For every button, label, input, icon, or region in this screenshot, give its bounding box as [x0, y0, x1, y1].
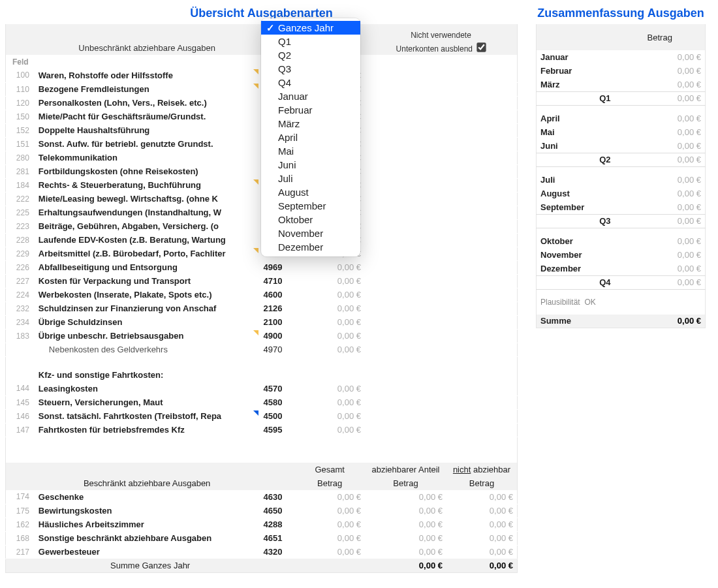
- feld-cell: 100: [6, 69, 35, 82]
- month-label: August: [537, 187, 615, 200]
- month-amount: 0,00 €: [615, 50, 706, 64]
- month-label: April: [537, 112, 615, 125]
- summary-month-row: April0,00 €: [537, 112, 706, 125]
- amount-cell: 0,00 €: [294, 288, 365, 302]
- dropdown-option[interactable]: Oktober: [261, 213, 360, 226]
- feld-cell: 281: [6, 164, 35, 178]
- dropdown-option[interactable]: Ganzes Jahr: [261, 21, 360, 35]
- name-cell: Beiträge, Gebühren, Abgaben, Versicherg.…: [35, 219, 260, 233]
- table-row[interactable]: 146Sonst. tatsächl. Fahrtkosten (Treibst…: [6, 409, 518, 423]
- dropdown-option[interactable]: April: [261, 131, 360, 144]
- feld-cell: 183: [6, 329, 35, 343]
- feld-cell: 146: [6, 409, 35, 423]
- name-cell: Geschenke: [35, 490, 260, 504]
- hide-subaccounts-checkbox[interactable]: [477, 42, 486, 52]
- table-row[interactable]: 162Häusliches Arbeitszimmer42880,00 €0,0…: [6, 518, 518, 531]
- nicht-abziehbar-cell: 0,00 €: [446, 545, 518, 559]
- dropdown-option[interactable]: Q2: [261, 48, 360, 62]
- nicht-abziehbar-cell: 0,00 €: [446, 490, 518, 504]
- unused-subaccounts-label: Nicht verwendete: [365, 24, 518, 41]
- dropdown-option[interactable]: November: [261, 226, 360, 240]
- amount-cell: 0,00 €: [294, 343, 365, 356]
- dropdown-option[interactable]: Q4: [261, 76, 360, 89]
- name-cell: Erhaltungsaufwendungen (Instandhaltung, …: [35, 206, 260, 219]
- dropdown-option[interactable]: März: [261, 117, 360, 131]
- hide-subaccounts-label: Unterkonten ausblend: [396, 44, 473, 54]
- month-amount: 0,00 €: [615, 248, 706, 262]
- table-row[interactable]: 217Gewerbesteuer43200,00 €0,00 €0,00 €: [6, 545, 518, 559]
- table-row[interactable]: 183Übrige unbeschr. Betriebsausgaben4900…: [6, 329, 518, 343]
- quarter-label: Q3: [537, 214, 615, 228]
- dropdown-option[interactable]: Q1: [261, 35, 360, 48]
- nicht-abziehbar-cell: 0,00 €: [446, 531, 518, 545]
- feld-cell: 229: [6, 247, 35, 260]
- name-cell: Doppelte Haushaltsführung: [35, 123, 260, 137]
- table-row[interactable]: 227Kosten für Verpackung und Transport47…: [6, 274, 518, 288]
- table-row[interactable]: 234Übrige Schuldzinsen21000,00 €: [6, 315, 518, 329]
- amount-cell: 0,00 €: [294, 260, 365, 274]
- name-cell: Leasingkosten: [35, 382, 260, 395]
- amount-cell: 0,00 €: [294, 329, 365, 343]
- nicht-abziehbar-cell: 0,00 €: [446, 518, 518, 531]
- table-row[interactable]: 224Werbekosten (Inserate, Plakate, Spots…: [6, 288, 518, 302]
- name-cell: Telekommunikation: [35, 151, 260, 164]
- name-cell: Bezogene Fremdleistungen: [35, 82, 260, 96]
- dropdown-option[interactable]: Juni: [261, 158, 360, 172]
- period-dropdown[interactable]: Ganzes JahrQ1Q2Q3Q4JanuarFebruarMärzApri…: [261, 18, 360, 256]
- feld-cell: 280: [6, 151, 35, 164]
- feld-cell: 162: [6, 518, 35, 531]
- dropdown-option[interactable]: Januar: [261, 89, 360, 103]
- feld-column-label: Feld: [6, 55, 35, 69]
- konto-cell: 4630: [259, 490, 294, 504]
- month-amount: 0,00 €: [615, 200, 706, 214]
- dropdown-option[interactable]: September: [261, 199, 360, 213]
- col-betrag-2: Betrag: [365, 476, 446, 490]
- summary-quarter-row: Q40,00 €: [537, 275, 706, 289]
- table-row[interactable]: 174Geschenke46300,00 €0,00 €0,00 €: [6, 490, 518, 504]
- summary-panel: Zusammenfassung Ausgaben Betrag Januar0,…: [536, 4, 706, 573]
- feld-cell: 223: [6, 219, 35, 233]
- name-cell: Abfallbeseitigung und Entsorgung: [35, 260, 260, 274]
- summary-month-row: Mai0,00 €: [537, 125, 706, 139]
- table-row[interactable]: 175Bewirtungskosten46500,00 €0,00 €0,00 …: [6, 504, 518, 518]
- dropdown-option[interactable]: August: [261, 185, 360, 199]
- table-row[interactable]: 145Steuern, Versicherungen, Maut45800,00…: [6, 395, 518, 409]
- table-row[interactable]: 168Sonstige beschränkt abziehbare Ausgab…: [6, 531, 518, 545]
- table-row[interactable]: 147Fahrtkosten für betriebsfremdes Kfz45…: [6, 423, 518, 437]
- summary-sum-value: 0,00 €: [615, 315, 706, 328]
- name-cell: Personalkosten (Lohn, Vers., Reisek. etc…: [35, 96, 260, 110]
- table-row[interactable]: 226Abfallbeseitigung und Entsorgung49690…: [6, 260, 518, 274]
- feld-cell: 234: [6, 315, 35, 329]
- summary-month-row: Juni0,00 €: [537, 139, 706, 153]
- dropdown-option[interactable]: Juli: [261, 172, 360, 185]
- abziehbar-cell: 0,00 €: [365, 504, 446, 518]
- name-cell: Häusliches Arbeitszimmer: [35, 518, 260, 531]
- gesamt-cell: 0,00 €: [294, 531, 365, 545]
- table-row[interactable]: Nebenkosten des Geldverkehrs49700,00 €: [6, 343, 518, 356]
- table-row[interactable]: 144Leasingkosten45700,00 €: [6, 382, 518, 395]
- gesamt-cell: 0,00 €: [294, 518, 365, 531]
- feld-cell: 174: [6, 490, 35, 504]
- quarter-amount: 0,00 €: [615, 214, 706, 228]
- name-cell: Arbeitsmittel (z.B. Bürobedarf, Porto, F…: [35, 247, 260, 260]
- table-row[interactable]: 232Schuldzinsen zur Finanzierung von Ans…: [6, 302, 518, 315]
- name-cell: Sonst. tatsächl. Fahrtkosten (Treibstoff…: [35, 409, 260, 423]
- dropdown-option[interactable]: Dezember: [261, 240, 360, 254]
- month-label: Juli: [537, 173, 615, 187]
- feld-cell: 151: [6, 137, 35, 151]
- month-label: November: [537, 248, 615, 262]
- name-cell: Kosten für Verpackung und Transport: [35, 274, 260, 288]
- gesamt-cell: 0,00 €: [294, 490, 365, 504]
- name-cell: Laufende EDV-Kosten (z.B. Beratung, Wart…: [35, 233, 260, 247]
- dropdown-option[interactable]: Mai: [261, 144, 360, 158]
- amount-cell: 0,00 €: [294, 423, 365, 437]
- name-cell: Nebenkosten des Geldverkehrs: [35, 343, 260, 356]
- dropdown-option[interactable]: Februar: [261, 103, 360, 117]
- month-label: März: [537, 78, 615, 91]
- name-cell: Übrige unbeschr. Betriebsausgaben: [35, 329, 260, 343]
- name-cell: Werbekosten (Inserate, Plakate, Spots et…: [35, 288, 260, 302]
- name-cell: Übrige Schuldzinsen: [35, 315, 260, 329]
- konto-cell: 4970: [259, 343, 294, 356]
- dropdown-option[interactable]: Q3: [261, 62, 360, 76]
- feld-cell: 145: [6, 395, 35, 409]
